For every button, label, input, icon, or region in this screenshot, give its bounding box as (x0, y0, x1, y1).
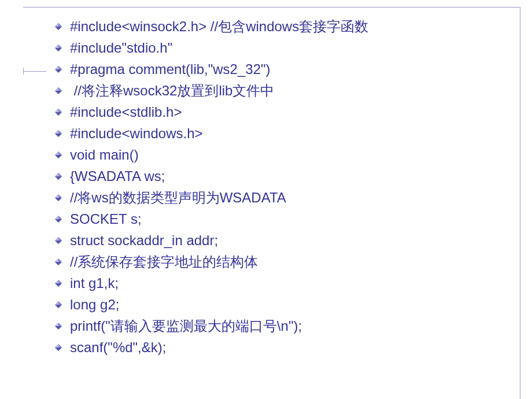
code-line: long g2; (55, 294, 515, 315)
diamond-bullet-icon (55, 216, 62, 223)
svg-marker-32 (55, 237, 58, 241)
diamond-bullet-icon (55, 344, 62, 351)
code-line: void main() (55, 144, 515, 165)
svg-marker-31 (58, 237, 62, 241)
diamond-bullet-icon (55, 194, 62, 201)
svg-marker-14 (55, 109, 58, 112)
code-text: #include"stdio.h" (70, 40, 172, 56)
svg-marker-43 (58, 323, 62, 326)
code-text: scanf("%d",&k); (70, 339, 166, 356)
code-text: {WSADATA ws; (70, 168, 165, 184)
code-text: #pragma comment(lib,"ws2_32") (70, 61, 271, 77)
svg-marker-11 (55, 87, 58, 91)
svg-marker-23 (55, 173, 58, 176)
code-line: #pragma comment(lib,"ws2_32") (55, 58, 515, 80)
code-line: //系统保存套接字地址的结构体 (55, 251, 515, 272)
code-text: //将注释wsock32放置到lib文件中 (70, 82, 274, 100)
diamond-bullet-icon (55, 323, 62, 330)
svg-marker-37 (58, 280, 62, 283)
svg-marker-5 (55, 45, 58, 48)
diamond-bullet-icon (55, 87, 62, 94)
code-line: scanf("%d",&k); (55, 337, 515, 358)
code-line: //将ws的数据类型声明为WSADATA (55, 187, 515, 208)
code-line: SOCKET s; (55, 208, 515, 230)
svg-marker-29 (55, 216, 58, 219)
svg-marker-17 (55, 130, 58, 134)
code-line: {WSADATA ws; (55, 165, 515, 187)
code-line: //将注释wsock32放置到lib文件中 (55, 80, 515, 101)
slide-top-border (23, 7, 520, 8)
diamond-bullet-icon (55, 130, 62, 137)
code-text: //系统保存套接字地址的结构体 (70, 253, 258, 271)
code-text: //将ws的数据类型声明为WSADATA (70, 189, 286, 207)
svg-marker-10 (58, 87, 62, 91)
code-line: int g1,k; (55, 272, 515, 294)
svg-marker-26 (55, 194, 58, 198)
code-text: #include<windows.h> (70, 125, 203, 142)
svg-marker-41 (55, 301, 58, 305)
diamond-bullet-icon (55, 152, 62, 158)
diamond-bullet-icon (55, 258, 62, 265)
slide-right-border (520, 7, 520, 399)
diamond-bullet-icon (55, 66, 62, 73)
svg-marker-28 (58, 216, 62, 219)
svg-marker-25 (58, 194, 62, 198)
code-text: void main() (70, 147, 139, 163)
code-line: #include"stdio.h" (55, 37, 515, 58)
diamond-bullet-icon (55, 45, 62, 51)
placeholder-marker-h2 (29, 71, 46, 72)
svg-marker-16 (58, 130, 62, 134)
code-text: #include<stdlib.h> (70, 104, 182, 120)
svg-marker-1 (58, 23, 62, 27)
diamond-bullet-icon (55, 301, 62, 308)
diamond-bullet-icon (55, 23, 62, 30)
code-text: #include<winsock2.h> //包含windows套接字函数 (70, 17, 368, 36)
svg-marker-8 (55, 66, 58, 69)
svg-marker-46 (58, 344, 62, 348)
diamond-bullet-icon (55, 173, 62, 180)
diamond-bullet-icon (55, 237, 62, 244)
svg-marker-38 (55, 280, 58, 283)
svg-marker-13 (58, 109, 62, 112)
svg-marker-20 (55, 152, 58, 155)
code-line: #include<winsock2.h> //包含windows套接字函数 (55, 16, 515, 37)
diamond-bullet-icon (55, 280, 62, 287)
code-content: #include<winsock2.h> //包含windows套接字函数 #i… (55, 16, 515, 358)
svg-marker-19 (58, 152, 62, 155)
svg-marker-47 (55, 344, 58, 348)
svg-marker-4 (58, 45, 62, 48)
svg-marker-35 (55, 258, 58, 262)
svg-marker-7 (58, 66, 62, 69)
svg-marker-40 (58, 301, 62, 305)
code-text: long g2; (70, 297, 119, 313)
svg-marker-22 (58, 173, 62, 176)
code-text: int g1,k; (70, 275, 119, 291)
code-line: #include<windows.h> (55, 123, 515, 144)
svg-marker-44 (55, 323, 58, 326)
code-line: printf("请输入要监测最大的端口号\n"); (55, 315, 515, 337)
code-line: struct sockaddr_in addr; (55, 230, 515, 251)
code-text: struct sockaddr_in addr; (70, 232, 218, 249)
code-text: SOCKET s; (70, 211, 142, 227)
diamond-bullet-icon (55, 109, 62, 116)
svg-marker-2 (55, 23, 58, 27)
code-line: #include<stdlib.h> (55, 101, 515, 123)
code-text: printf("请输入要监测最大的端口号\n"); (70, 317, 302, 335)
svg-marker-34 (58, 258, 62, 262)
